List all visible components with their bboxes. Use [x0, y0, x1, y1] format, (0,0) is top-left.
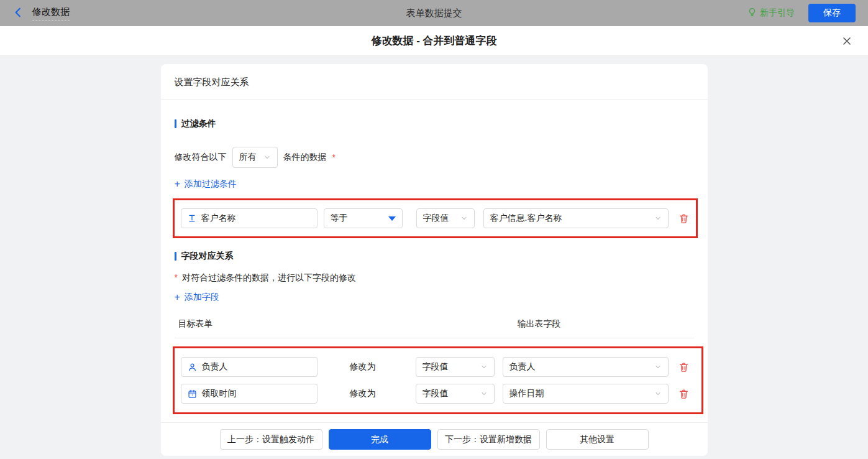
condition-operator-value: 等于 — [331, 213, 348, 224]
output-value-type: 字段值 — [423, 388, 449, 399]
mapping-row: 7 领取时间 修改为 字段值 操作日期 — [181, 384, 695, 404]
output-field-select[interactable]: 负责人 — [503, 357, 669, 377]
section-marker — [175, 252, 176, 261]
delete-field-button[interactable] — [678, 362, 689, 373]
match-mode-select[interactable]: 所有 — [232, 147, 278, 168]
mapping-columns-header: 目标表单 输出表字段 — [175, 318, 694, 338]
add-field-label: 添加字段 — [185, 292, 219, 303]
mapping-description-text: 对符合过滤条件的数据，进行以下字段的修改 — [182, 272, 356, 284]
target-field-input[interactable]: 7 领取时间 — [181, 384, 318, 404]
filter-match-line: 修改符合以下 所有 条件的数据 * — [175, 147, 694, 168]
column-target-form: 目标表单 — [178, 318, 518, 330]
condition-operator-select[interactable]: 等于 — [324, 208, 403, 228]
annotation-box-mapping: 负责人 修改为 字段值 负责人 — [173, 346, 703, 414]
mapping-description: * 对符合过滤条件的数据，进行以下字段的修改 — [175, 272, 694, 284]
chevron-down-icon — [263, 154, 271, 161]
done-button[interactable]: 完成 — [329, 429, 431, 450]
mapping-row: 负责人 修改为 字段值 负责人 — [181, 357, 695, 377]
column-output-field: 输出表字段 — [518, 318, 561, 330]
output-field-value: 操作日期 — [509, 388, 544, 399]
settings-card: 设置字段对应关系 过滤条件 修改符合以下 所有 条件的数据 * + — [161, 64, 708, 456]
save-button[interactable]: 保存 — [808, 4, 856, 22]
topbar-title: 表单数据提交 — [0, 7, 868, 19]
match-suffix: 条件的数据 — [283, 152, 327, 163]
modify-to-label: 修改为 — [350, 361, 377, 373]
newbie-guide-label: 新手引导 — [760, 7, 795, 19]
modal-title: 修改数据 - 合并到普通字段 — [371, 34, 496, 48]
required-mark: * — [175, 272, 178, 282]
output-field-value: 负责人 — [509, 361, 536, 373]
flow-name[interactable]: 修改数据 — [32, 6, 70, 21]
condition-value-type-select[interactable]: 字段值 — [416, 208, 475, 228]
newbie-guide-link[interactable]: 新手引导 — [747, 7, 795, 19]
section-marker — [175, 119, 176, 128]
chevron-down-icon — [480, 363, 488, 371]
chevron-down-icon — [654, 363, 662, 371]
user-icon — [188, 363, 197, 372]
target-field-value: 负责人 — [202, 361, 228, 373]
add-filter-condition-label: 添加过滤条件 — [185, 178, 237, 190]
condition-value-type: 字段值 — [423, 213, 449, 224]
condition-field-input[interactable]: 客户名称 — [181, 208, 318, 228]
close-icon[interactable] — [842, 36, 852, 46]
plus-icon: + — [175, 179, 180, 189]
output-value-type-select[interactable]: 字段值 — [416, 384, 495, 404]
other-settings-button[interactable]: 其他设置 — [546, 429, 649, 450]
card-title: 设置字段对应关系 — [161, 64, 708, 100]
delete-condition-button[interactable] — [678, 213, 689, 224]
lightbulb-icon — [747, 7, 757, 19]
filter-condition-row: 客户名称 等于 字段值 客户信息.客户名称 — [181, 208, 690, 228]
modify-to-label: 修改为 — [350, 388, 377, 399]
modal-header: 修改数据 - 合并到普通字段 — [0, 26, 868, 56]
annotation-box-filter: 客户名称 等于 字段值 客户信息.客户名称 — [173, 198, 698, 238]
chevron-down-icon — [480, 390, 488, 397]
card-footer: 上一步：设置触发动作 完成 下一步：设置新增数据 其他设置 — [161, 422, 708, 456]
caret-down-icon — [388, 216, 396, 221]
chevron-down-icon — [654, 215, 662, 222]
mapping-section-title: 字段对应关系 — [175, 251, 694, 262]
target-field-value: 领取时间 — [202, 388, 237, 399]
output-value-type: 字段值 — [423, 361, 449, 373]
target-field-input[interactable]: 负责人 — [181, 357, 318, 377]
plus-icon: + — [175, 292, 180, 302]
topbar: 表单数据提交 修改数据 新手引导 保存 — [0, 0, 868, 26]
match-prefix: 修改符合以下 — [175, 152, 227, 163]
chevron-down-icon — [460, 215, 468, 222]
match-mode-value: 所有 — [239, 152, 257, 163]
output-value-type-select[interactable]: 字段值 — [416, 357, 495, 377]
mapping-section-label: 字段对应关系 — [181, 251, 234, 262]
next-step-button[interactable]: 下一步：设置新增数据 — [437, 429, 540, 450]
output-field-select[interactable]: 操作日期 — [503, 384, 669, 404]
required-mark: * — [332, 152, 336, 162]
filter-section-label: 过滤条件 — [181, 118, 216, 129]
condition-field-value: 客户名称 — [201, 213, 236, 224]
prev-step-button[interactable]: 上一步：设置触发动作 — [220, 429, 322, 450]
text-field-icon — [188, 214, 196, 223]
delete-field-button[interactable] — [678, 389, 689, 399]
back-button[interactable] — [12, 7, 24, 20]
condition-value: 客户信息.客户名称 — [490, 213, 562, 224]
filter-section-title: 过滤条件 — [175, 118, 694, 129]
page-background: 设置字段对应关系 过滤条件 修改符合以下 所有 条件的数据 * + — [0, 56, 868, 459]
chevron-left-icon — [12, 7, 24, 20]
add-filter-condition-link[interactable]: + 添加过滤条件 — [175, 178, 237, 190]
add-field-link[interactable]: + 添加字段 — [175, 292, 219, 303]
condition-value-select[interactable]: 客户信息.客户名称 — [483, 208, 669, 228]
calendar-icon: 7 — [188, 389, 197, 399]
chevron-down-icon — [654, 390, 662, 397]
